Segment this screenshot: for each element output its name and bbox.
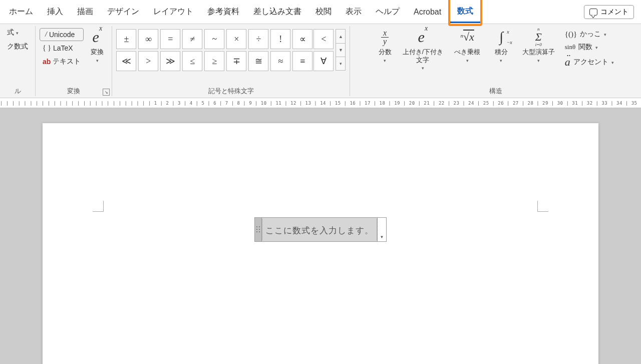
equation-input[interactable]: ここに数式を入力します。 [262,219,377,240]
integral-button[interactable]: ∫x−x 積分 ▾ [487,26,515,64]
ribbon: 式 ▾ ク数式 ル / Unicode { } LaTeX ab [0,24,641,98]
script-button[interactable]: ex 上付き/下付き 文字 ▾ [399,26,448,72]
chevron-down-icon: ▾ [611,60,614,65]
symbol-plusminus[interactable]: ± [116,29,136,49]
symbol-times[interactable]: × [226,29,246,49]
tab-view[interactable]: 表示 [339,2,369,22]
symbol-greater[interactable]: > [138,51,158,71]
symbols-scroll-up[interactable]: ▲ [336,30,345,43]
large-operator-button[interactable]: nΣi=0 大型演算子 ▾ [518,26,559,64]
group-label-tools-partial: ル [4,86,31,97]
symbols-expand[interactable]: ▾ [336,57,345,70]
convert-button[interactable]: ex 変換 ▾ [87,26,108,64]
tab-layout[interactable]: レイアウト [146,2,200,22]
ex-convert-icon: ex [93,29,103,46]
tab-design[interactable]: デザイン [100,2,146,22]
equation-options-dropdown[interactable] [377,218,386,241]
tab-acrobat[interactable]: Acrobat [407,3,448,22]
function-icon: sinθ [565,43,575,51]
document-area: ここに数式を入力します。 [0,108,641,364]
tab-references[interactable]: 参考資料 [200,2,246,22]
integral-icon: ∫x−x [499,29,503,45]
tab-help[interactable]: ヘルプ [369,2,407,22]
fraction-button[interactable]: x y 分数 ▾ [375,26,396,64]
chevron-down-icon: ▾ [422,66,424,71]
symbol-proportional[interactable]: ∝ [292,29,312,49]
group-conversions: / Unicode { } LaTeX ab テキスト ex 変換 ▾ 変換 ↘ [36,24,112,98]
margin-marker-top-right [537,201,548,212]
symbol-tilde[interactable]: ~ [204,29,224,49]
comments-button[interactable]: コメント [584,5,634,19]
sum-icon: nΣi=0 [535,27,542,47]
bracket-button[interactable]: {()} かっこ ▾ [562,28,617,40]
symbol-geq[interactable]: ≥ [204,51,224,71]
symbols-scroll: ▲ ▼ ▾ [336,29,346,71]
slash-icon: / [45,31,47,39]
group-tools-partial: 式 ▾ ク数式 ル [0,24,35,98]
chevron-down-icon: ▾ [384,58,386,63]
group-label-symbols: 記号と特殊文字 [116,86,346,97]
symbol-leq[interactable]: ≤ [182,51,202,71]
horizontal-ruler[interactable]: | | | | | | | | | | | | | | | | | | | | … [0,98,641,108]
braces-icon: { } [43,44,51,52]
ribbon-tabs: ホーム 挿入 描画 デザイン レイアウト 参考資料 差し込み文書 校閲 表示 ヘ… [0,0,641,24]
fraction-icon: x y [381,29,389,46]
chevron-down-icon: ▾ [96,58,99,63]
comments-label: コメント [600,8,628,17]
ab-icon: ab [43,58,51,66]
symbol-infinity[interactable]: ∞ [138,29,158,49]
tab-insert[interactable]: 挿入 [40,2,70,22]
comment-icon [589,9,597,16]
tab-mailings[interactable]: 差し込み文書 [246,2,308,22]
equation-editor[interactable]: ここに数式を入力します。 [254,217,387,242]
accent-button[interactable]: a アクセント ▾ [562,54,617,70]
radical-icon: n√x [460,31,474,44]
unicode-button[interactable]: / Unicode [40,28,84,41]
equation-drag-handle[interactable] [255,218,262,241]
script-icon: ex [418,29,428,46]
symbol-identical[interactable]: ≡ [292,51,312,71]
symbol-factorial[interactable]: ! [270,29,290,49]
bracket-icon: {()} [565,30,577,39]
symbols-scroll-down[interactable]: ▼ [336,43,345,57]
chevron-down-icon: ▾ [595,45,598,50]
tab-review[interactable]: 校閲 [308,2,339,22]
symbol-forall[interactable]: ∀ [313,51,334,71]
latex-button[interactable]: { } LaTeX [40,42,84,54]
group-structures: x y 分数 ▾ ex 上付き/下付き 文字 ▾ n√x べき乗根 ▾ ∫x−x… [350,24,641,98]
symbol-muchgreater[interactable]: ≫ [160,51,180,71]
equation-gallery-partial[interactable]: 式 ▾ [4,26,31,39]
dialog-launcher-convert[interactable]: ↘ [103,89,110,96]
symbol-muchless[interactable]: ≪ [116,51,136,71]
tab-draw[interactable]: 描画 [70,2,100,22]
group-label-structures: 構造 [354,86,637,97]
symbol-minusplus[interactable]: ∓ [226,51,246,71]
page[interactable]: ここに数式を入力します。 [43,123,598,364]
symbol-equals[interactable]: = [160,29,180,49]
group-symbols: ± ∞ = ≠ ~ × ÷ ! ∝ ≪ > ≫ ≤ ≥ ∓ ≅ [112,24,350,98]
tab-equation-highlight: 数式 [448,0,482,26]
symbol-notequal[interactable]: ≠ [182,29,202,49]
accent-icon: a [565,56,570,69]
symbol-divide[interactable]: ÷ [248,29,268,49]
margin-marker-top-left [93,201,104,212]
symbol-approx[interactable]: ≈ [270,51,290,71]
ruler-ticks: | | | | | | | | | | | | | | | | | | | | … [0,101,641,106]
chevron-down-icon: ▾ [16,31,19,36]
radical-button[interactable]: n√x べき乗根 ▾ [450,26,484,64]
group-label-convert: 変換 [40,86,108,97]
chevron-down-icon: ▾ [604,32,606,37]
tab-equation[interactable]: 数式 [450,1,480,23]
text-button[interactable]: ab テキスト [40,55,84,68]
chevron-down-icon: ▾ [500,58,502,63]
ink-equation-button[interactable]: ク数式 [4,40,31,53]
symbol-congruent[interactable]: ≅ [248,51,268,71]
chevron-down-icon: ▾ [537,58,540,63]
chevron-down-icon: ▾ [466,58,469,63]
symbol-less[interactable]: < [313,29,334,49]
tab-home[interactable]: ホーム [2,2,40,22]
symbol-grid: ± ∞ = ≠ ~ × ÷ ! ∝ ≪ > ≫ ≤ ≥ ∓ ≅ [116,29,312,71]
